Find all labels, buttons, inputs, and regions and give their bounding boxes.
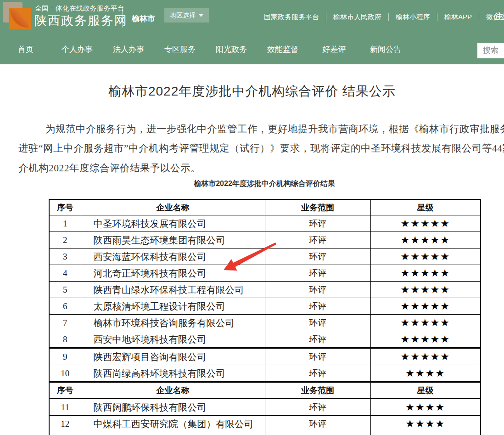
column-header: 星级 xyxy=(370,382,481,399)
link-yulin-app[interactable]: 榆林APP xyxy=(444,13,472,22)
nav-item-efficiency[interactable]: 效能监督 xyxy=(257,34,308,64)
cell-stars: ★★★★ xyxy=(370,432,481,435)
region-select-button[interactable]: 地区选择 xyxy=(164,8,209,23)
cell-scope: 环评 xyxy=(265,282,370,298)
table-row: 5陕西青山绿水环保科技工程有限公司环评★★★★★ xyxy=(49,282,481,298)
cell-stars: ★★★★★ xyxy=(370,315,481,331)
cell-scope: 环评 xyxy=(265,232,370,249)
cell-stars: ★★★★★ xyxy=(370,249,481,265)
cell-stars: ★★★★★ xyxy=(370,331,481,348)
cell-stars: ★★★★★ xyxy=(370,232,481,249)
cell-name: 河北奇正环境科技有限公司 xyxy=(81,265,265,282)
nav-item-rating[interactable]: 好差评 xyxy=(308,34,360,64)
column-header: 序号 xyxy=(49,199,81,215)
column-header: 企业名称 xyxy=(81,199,265,215)
table-caption: 榆林市2022年度涉批中介机构综合评价结果 xyxy=(49,179,480,189)
cell-name: 中圣环境科技发展有限公司 xyxy=(81,215,265,232)
table-row: 10陕西尚绿高科环境科技有限公司环评★★★★ xyxy=(49,365,481,382)
cell-name: 陕西青山绿水环保科技工程有限公司 xyxy=(81,282,265,298)
cell-seq: 6 xyxy=(49,298,81,315)
cell-name: 中煤科工西安研究院（集团）有限公司 xyxy=(81,416,265,432)
cell-stars: ★★★★ xyxy=(370,399,481,416)
cell-scope: 环评 xyxy=(265,298,370,315)
cell-scope: 环评 xyxy=(265,416,370,432)
cell-seq: 2 xyxy=(49,232,81,249)
table-row: 11陕西阔鹏环保科技有限公司环评★★★★ xyxy=(49,399,481,416)
cell-scope: 环评 xyxy=(265,265,370,282)
results-table: 序号企业名称业务范围星级1中圣环境科技发展有限公司环评★★★★★2陕西雨昊生态环… xyxy=(49,199,481,435)
cell-scope: 环评 xyxy=(265,365,370,382)
table-row: 3西安海蓝环保科技有限公司环评★★★★★ xyxy=(49,249,481,265)
table-header-row: 序号企业名称业务范围星级 xyxy=(49,382,481,399)
link-national-platform[interactable]: 国家政务服务平台 xyxy=(264,13,319,22)
table-row: 8西安中地环境科技有限公司环评★★★★★ xyxy=(49,331,481,348)
cell-name: 西安中地环境科技有限公司 xyxy=(81,331,265,348)
column-header: 星级 xyxy=(370,199,481,215)
table-row: 2陕西雨昊生态环境集团有限公司环评★★★★★ xyxy=(49,232,481,249)
cell-name: 渭南华山环保科技发展有限责任公司 xyxy=(81,432,265,435)
column-header: 业务范围 xyxy=(265,382,370,399)
main-nav-bar: 首页 个人办事 法人办事 专区服务 阳光政务 效能监督 好差评 新闻公告 xyxy=(0,34,504,64)
link-separator xyxy=(437,13,437,21)
nav-item-home[interactable]: 首页 xyxy=(0,34,51,64)
table-row: 7榆林市环境科技咨询服务有限公司环评★★★★★ xyxy=(49,315,481,331)
cell-seq: 11 xyxy=(49,399,81,416)
site-logo[interactable] xyxy=(3,1,29,29)
table-row: 1中圣环境科技发展有限公司环评★★★★★ xyxy=(49,215,481,232)
current-city-label: 榆林市 xyxy=(132,13,155,24)
cell-name: 陕西宏辉项目咨询有限公司 xyxy=(81,348,265,365)
cell-scope: 环评 xyxy=(265,249,370,265)
page-title: 榆林市2022年度涉批中介机构综合评价 结果公示 xyxy=(0,83,504,100)
cell-seq: 9 xyxy=(49,348,81,365)
site-name[interactable]: 陕西政务服务网 xyxy=(34,12,128,29)
nav-item-legal-person[interactable]: 法人办事 xyxy=(103,34,154,64)
cell-seq: 12 xyxy=(49,416,81,432)
cell-seq: 1 xyxy=(49,215,81,232)
nav-item-zone-services[interactable]: 专区服务 xyxy=(154,34,206,64)
cell-scope: 环评 xyxy=(265,315,370,331)
cell-name: 西安海蓝环保科技有限公司 xyxy=(81,249,265,265)
chevron-down-icon xyxy=(199,14,203,17)
cell-stars: ★★★★★ xyxy=(370,298,481,315)
nav-item-personal[interactable]: 个人办事 xyxy=(51,34,103,64)
paragraph-line-1: 为规范中介服务行为，进一步强化中介监管工作，更好地提升我市营商环境，根据《榆林市… xyxy=(45,122,504,136)
link-mini-program[interactable]: 榆林小程序 xyxy=(396,13,430,22)
table-row: 4河北奇正环境科技有限公司环评★★★★★ xyxy=(49,265,481,282)
cell-stars: ★★★★ xyxy=(370,416,481,432)
table-row: 9陕西宏辉项目咨询有限公司环评★★★★★ xyxy=(49,348,481,365)
cell-name: 榆林市环境科技咨询服务有限公司 xyxy=(81,315,265,331)
cell-scope: 环评 xyxy=(265,432,370,435)
link-separator xyxy=(388,13,389,21)
paragraph-line-3: 介机构2022年度综合评价结果予以公示。 xyxy=(18,161,201,175)
nav-item-news[interactable]: 新闻公告 xyxy=(360,34,411,64)
cell-stars: ★★★★★ xyxy=(370,282,481,298)
cell-name: 太原核清环境工程设计有限公司 xyxy=(81,298,265,315)
platform-label: 全国一体化在线政务服务平台 xyxy=(35,4,124,13)
cell-stars: ★★★★★ xyxy=(370,215,481,232)
table-header-row: 序号企业名称业务范围星级 xyxy=(49,199,481,215)
cell-seq: 5 xyxy=(49,282,81,298)
top-header-bar: 全国一体化在线政务服务平台 陕西政务服务网 榆林市 地区选择 国家政务服务平台 … xyxy=(0,0,504,34)
search-input[interactable] xyxy=(477,43,504,58)
table-row: 13渭南华山环保科技发展有限责任公司环评★★★★ xyxy=(49,432,481,435)
cell-seq: 4 xyxy=(49,265,81,282)
cell-scope: 环评 xyxy=(265,215,370,232)
cell-seq: 8 xyxy=(49,331,81,348)
nav-item-open-government[interactable]: 阳光政务 xyxy=(206,34,257,64)
cell-scope: 环评 xyxy=(265,399,370,416)
nav-items: 首页 个人办事 法人办事 专区服务 阳光政务 效能监督 好差评 新闻公告 xyxy=(0,34,411,64)
cell-name: 陕西尚绿高科环境科技有限公司 xyxy=(81,365,265,382)
cell-stars: ★★★★★ xyxy=(370,265,481,282)
results-table-body: 序号企业名称业务范围星级1中圣环境科技发展有限公司环评★★★★★2陕西雨昊生态环… xyxy=(49,199,481,435)
cell-scope: 环评 xyxy=(265,348,370,365)
column-header: 业务范围 xyxy=(265,199,370,215)
register-link[interactable]: 注册 xyxy=(495,11,504,22)
cell-name: 陕西阔鹏环保科技有限公司 xyxy=(81,399,265,416)
cell-seq: 10 xyxy=(49,365,81,382)
link-separator xyxy=(479,13,479,21)
link-separator xyxy=(326,13,326,21)
link-city-government[interactable]: 榆林市人民政府 xyxy=(333,13,381,22)
column-header: 序号 xyxy=(49,382,81,399)
cell-scope: 环评 xyxy=(265,331,370,348)
brand-divider xyxy=(122,7,123,28)
